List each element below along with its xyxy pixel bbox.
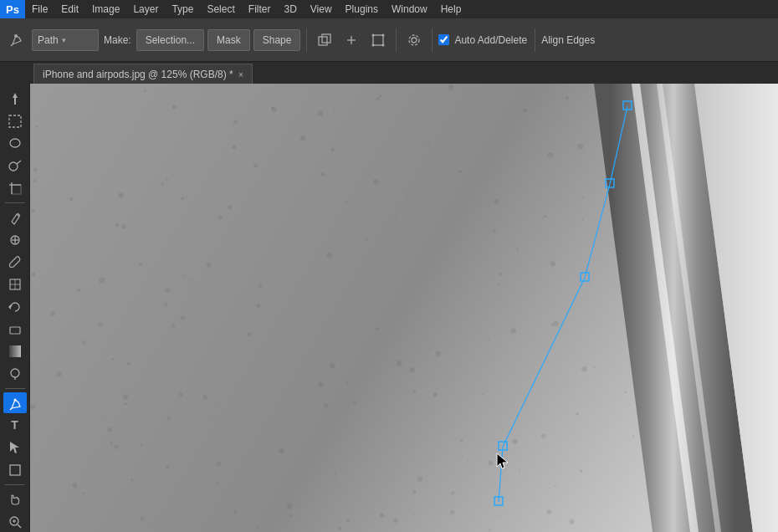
menu-edit[interactable]: Edit (54, 0, 85, 18)
svg-rect-6 (373, 35, 383, 45)
align-edges-label: Align Edges (541, 34, 595, 46)
pen-tool-icon[interactable] (5, 28, 28, 52)
svg-point-15 (10, 139, 20, 147)
toolbar-separator-1 (306, 28, 307, 52)
svg-point-7 (372, 33, 375, 36)
toolbar-separator-2 (396, 28, 397, 52)
path-selection-tool[interactable] (3, 437, 27, 458)
main-area: T (0, 84, 778, 532)
svg-point-33 (13, 398, 16, 401)
svg-line-17 (17, 161, 21, 164)
make-label: Make: (102, 34, 133, 46)
path-combine-icon[interactable] (313, 28, 336, 52)
svg-rect-20 (12, 185, 21, 194)
svg-point-9 (372, 43, 375, 46)
menu-3d[interactable]: 3D (277, 0, 303, 18)
menu-plugins[interactable]: Plugins (339, 0, 385, 18)
hand-tool[interactable] (3, 489, 27, 510)
svg-point-0 (14, 34, 18, 38)
quick-select-tool[interactable] (3, 156, 27, 176)
move-tool[interactable] (3, 89, 27, 110)
path-align-icon[interactable] (340, 28, 363, 52)
path-mode-label: Path (38, 34, 59, 46)
healing-brush-tool[interactable] (3, 229, 27, 250)
menu-file[interactable]: File (25, 0, 54, 18)
tool-separator-1 (5, 202, 25, 203)
lasso-tool[interactable] (3, 133, 27, 154)
svg-marker-35 (10, 442, 19, 453)
brush-tool[interactable] (3, 252, 27, 273)
mask-button[interactable]: Mask (207, 29, 250, 51)
svg-line-38 (18, 524, 21, 528)
svg-point-8 (382, 33, 385, 36)
menu-bar: Ps File Edit Image Layer Type Select Fil… (0, 0, 778, 18)
selection-button[interactable]: Selection... (136, 29, 204, 51)
zoom-tool[interactable] (3, 511, 27, 532)
svg-line-34 (10, 408, 12, 410)
gradient-tool[interactable] (3, 340, 27, 361)
svg-point-31 (11, 369, 19, 377)
menu-type[interactable]: Type (165, 0, 200, 18)
toolbar-separator-3 (432, 28, 433, 52)
toolbar: Path ▾ Make: Selection... Mask Shape Aut… (0, 18, 778, 62)
left-toolbar: T (0, 84, 30, 532)
app-logo: Ps (0, 0, 25, 18)
history-brush-tool[interactable] (3, 296, 27, 317)
svg-rect-14 (9, 115, 21, 127)
eraser-tool[interactable] (3, 319, 27, 340)
svg-point-11 (412, 38, 417, 43)
path-transform-icon[interactable] (366, 28, 390, 52)
eyedropper-tool[interactable] (3, 207, 27, 228)
tab-close-button[interactable]: × (238, 69, 243, 79)
svg-line-1 (11, 44, 13, 46)
dropdown-arrow-icon: ▾ (62, 36, 66, 44)
type-icon: T (11, 418, 18, 432)
shape-button[interactable]: Shape (253, 29, 301, 51)
svg-point-16 (9, 162, 18, 171)
tool-separator-2 (5, 388, 25, 389)
svg-rect-30 (9, 345, 21, 357)
pen-tool[interactable] (3, 392, 27, 413)
path-mode-dropdown[interactable]: Path ▾ (32, 29, 99, 51)
auto-add-delete-label: Auto Add/Delete (453, 34, 529, 46)
document-tab[interactable]: iPhone and airpods.jpg @ 125% (RGB/8) * … (33, 64, 253, 84)
svg-rect-29 (10, 327, 20, 334)
document-canvas[interactable] (30, 84, 778, 532)
svg-rect-3 (322, 34, 330, 43)
shape-tool[interactable] (3, 459, 27, 480)
tool-separator-3 (5, 484, 25, 485)
toolbar-separator-4 (535, 28, 535, 52)
svg-point-10 (382, 43, 385, 46)
svg-rect-36 (10, 465, 20, 475)
menu-layer[interactable]: Layer (126, 0, 165, 18)
tab-title: iPhone and airpods.jpg @ 125% (RGB/8) * (43, 69, 233, 80)
gear-icon[interactable] (402, 28, 426, 52)
menu-view[interactable]: View (304, 0, 339, 18)
tab-bar: iPhone and airpods.jpg @ 125% (RGB/8) * … (0, 62, 778, 84)
clone-stamp-tool[interactable] (3, 274, 27, 295)
menu-window[interactable]: Window (385, 0, 434, 18)
canvas-area[interactable] (30, 84, 778, 532)
crop-tool[interactable] (3, 177, 27, 198)
svg-marker-28 (8, 304, 11, 309)
menu-help[interactable]: Help (434, 0, 468, 18)
menu-image[interactable]: Image (85, 0, 126, 18)
svg-marker-13 (13, 93, 18, 105)
menu-select[interactable]: Select (200, 0, 241, 18)
auto-add-delete-row: Auto Add/Delete (438, 34, 529, 46)
svg-point-12 (409, 35, 419, 45)
auto-add-delete-checkbox[interactable] (438, 34, 449, 45)
type-tool[interactable]: T (3, 415, 27, 436)
dodge-tool[interactable] (3, 363, 27, 384)
marquee-tool[interactable] (3, 111, 27, 132)
menu-filter[interactable]: Filter (242, 0, 278, 18)
svg-rect-2 (319, 37, 327, 45)
